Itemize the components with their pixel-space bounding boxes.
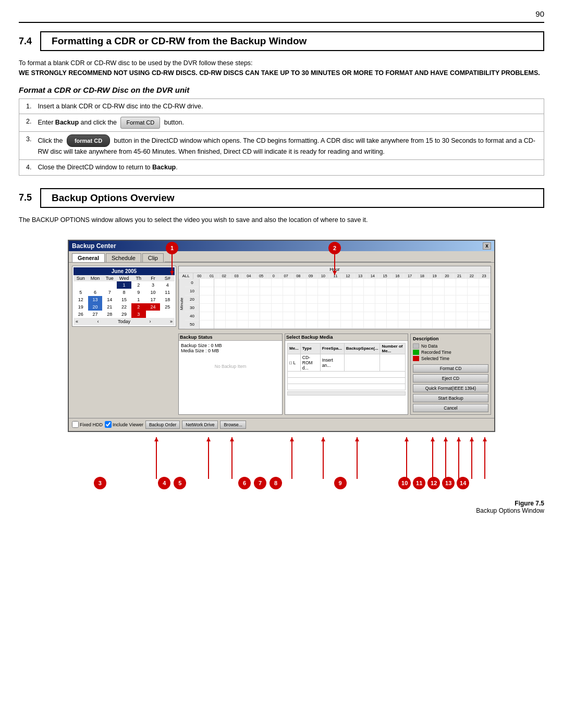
steps-table: 1. Insert a blank CDR or CD-RW disc into… xyxy=(19,98,544,176)
section-75-header: 7.5 Backup Options Overview xyxy=(19,188,544,208)
marker-2: 2 xyxy=(328,242,341,254)
window-title: Backup Center xyxy=(72,242,116,250)
svg-marker-13 xyxy=(321,437,325,441)
tab-clip[interactable]: Clip xyxy=(142,253,164,262)
backup-size: Backup Size : 0 MB xyxy=(181,343,280,348)
fixed-hdd-checkbox[interactable]: Fixed HDD xyxy=(72,421,103,428)
section-74-warning: WE STRONGLY RECOMMEND NOT USING CD-RW DI… xyxy=(19,69,540,77)
media-table: Me... Type FreeSpa... BackupSpace(... Nu… xyxy=(287,343,406,390)
calendar-days-header: Sun Mon Tue Wed Th Fr S# xyxy=(74,275,175,281)
network-drive-btn[interactable]: NetWork Drive xyxy=(182,421,218,429)
section-75-intro: The BACKUP OPTIONS window allows you to … xyxy=(19,215,544,225)
marker-12: 12 xyxy=(427,477,440,489)
svg-marker-7 xyxy=(206,437,211,441)
tab-general[interactable]: General xyxy=(72,253,105,262)
svg-marker-23 xyxy=(457,437,461,441)
description-panel: Description No Data Recorded Time xyxy=(410,334,491,415)
step-3-text: Click the format CD button in the Direct… xyxy=(34,131,544,159)
left-panel: June 2005 Sun Mon Tue Wed Th Fr S# xyxy=(72,266,176,415)
marker-4: 4 xyxy=(158,477,170,489)
top-line xyxy=(19,22,544,23)
subsection-title: Format a CDR or CD-RW Disc on the DVR un… xyxy=(19,85,544,94)
step-1: 1. Insert a blank CDR or CD-RW disc into… xyxy=(19,98,544,114)
window-body: June 2005 Sun Mon Tue Wed Th Fr S# xyxy=(69,263,494,418)
format-cd-button-inline[interactable]: Format CD xyxy=(120,117,160,129)
svg-marker-11 xyxy=(290,437,294,441)
marker-14: 14 xyxy=(457,477,469,489)
backup-status-panel: Backup Status Backup Size : 0 MB Media S… xyxy=(178,334,283,415)
window-close-button[interactable]: x xyxy=(483,242,491,250)
marker-11: 11 xyxy=(413,477,425,489)
marker-9: 9 xyxy=(334,477,347,489)
media-size: Media Size : 0 MB xyxy=(181,348,280,353)
marker-10: 10 xyxy=(398,477,411,489)
svg-marker-25 xyxy=(470,437,474,441)
bottom-panels: Backup Status Backup Size : 0 MB Media S… xyxy=(178,334,491,415)
cancel-btn[interactable]: Cancel xyxy=(413,404,488,412)
hour-label: Hour xyxy=(179,266,491,273)
calendar-header: June 2005 xyxy=(74,267,175,275)
step-3-num: 3. xyxy=(19,131,34,159)
calendar-box: June 2005 Sun Mon Tue Wed Th Fr S# xyxy=(72,266,176,327)
calendar-grid: 1 2 3 4 5 6 7 8 9 10 11 xyxy=(74,281,175,318)
svg-marker-17 xyxy=(405,437,409,441)
all-col: ALL xyxy=(179,273,193,279)
step-4-text: Close the DirectCD window to return to B… xyxy=(34,160,544,176)
bottom-markers-area: 3 4 5 6 7 8 9 10 11 12 13 xyxy=(68,432,495,495)
window-titlebar: Backup Center x xyxy=(69,241,494,251)
right-panel: Hour ALL 00 01 02 03 04 xyxy=(178,266,491,415)
backup-order-btn[interactable]: Backup Order xyxy=(145,421,180,429)
section-74-number: 7.4 xyxy=(19,36,32,47)
hour-grid: Hour ALL 00 01 02 03 04 xyxy=(178,266,491,329)
format-cd-dark-button[interactable]: format CD xyxy=(67,134,110,147)
selected-time-legend xyxy=(413,356,419,361)
quick-format-btn[interactable]: Quick Format(IEEE 1394) xyxy=(413,384,488,392)
window-bottom-bar: Fixed HDD Include Viewer Backup Order Ne… xyxy=(69,418,494,431)
minute-data: // Will render 24 columns inline xyxy=(200,279,491,329)
section-74-title: Formatting a CDR or CD-RW from the Backu… xyxy=(40,31,544,51)
section-74-intro: To format a blank CDR or CD-RW disc to b… xyxy=(19,58,544,78)
marker-7: 7 xyxy=(254,477,266,489)
figure-caption-text: Backup Options Window xyxy=(476,507,544,514)
select-media-title: Select Backup Media xyxy=(285,334,408,341)
step-4-num: 4. xyxy=(19,160,34,176)
hour-grid-header: ALL 00 01 02 03 04 05 0 xyxy=(179,273,491,279)
desc-buttons: Format CD Eject CD Quick Format(IEEE 139… xyxy=(413,364,488,412)
step-4: 4. Close the DirectCD window to return t… xyxy=(19,160,544,176)
recorded-time-legend xyxy=(413,350,419,355)
svg-marker-15 xyxy=(355,437,359,441)
eject-cd-btn[interactable]: Eject CD xyxy=(413,374,488,382)
no-backup-text: No Backup Item xyxy=(181,364,280,369)
backup-window: Backup Center x General Schedule Clip Ju… xyxy=(68,240,495,432)
format-cd-desc-btn[interactable]: Format CD xyxy=(413,364,488,373)
svg-marker-5 xyxy=(154,437,158,441)
page-number: 90 xyxy=(535,9,544,18)
desc-legend: No Data Recorded Time Selected Time xyxy=(413,343,488,361)
no-data-legend xyxy=(413,343,419,349)
section-74-header: 7.4 Formatting a CDR or CD-RW from the B… xyxy=(19,31,544,51)
svg-marker-27 xyxy=(483,437,487,441)
scrollbar[interactable] xyxy=(287,391,406,396)
svg-marker-19 xyxy=(431,437,435,441)
step-2: 2. Enter Backup and click the Format CD … xyxy=(19,114,544,132)
section-75: 7.5 Backup Options Overview The BACKUP O… xyxy=(19,188,544,514)
svg-marker-21 xyxy=(444,437,448,441)
calendar-nav: « ‹ Today › » xyxy=(74,318,175,325)
browse-btn[interactable]: Browse... xyxy=(220,421,246,429)
step-3: 3. Click the format CD button in the Dir… xyxy=(19,131,544,159)
marker-1: 1 xyxy=(166,242,178,254)
hour-cols: 00 01 02 03 04 05 0 07 08 xyxy=(193,273,491,279)
desc-title: Description xyxy=(413,336,488,341)
step-1-num: 1. xyxy=(19,98,34,114)
backup-status-title: Backup Status xyxy=(179,334,282,341)
svg-marker-9 xyxy=(230,437,234,441)
marker-3: 3 xyxy=(94,477,106,489)
marker-6: 6 xyxy=(238,477,251,489)
marker-13: 13 xyxy=(442,477,455,489)
marker-8: 8 xyxy=(270,477,282,489)
include-viewer-checkbox[interactable]: Include Viewer xyxy=(105,421,143,428)
tab-schedule[interactable]: Schedule xyxy=(106,253,141,262)
start-backup-btn[interactable]: Start Backup xyxy=(413,394,488,402)
window-tabs: General Schedule Clip xyxy=(69,251,494,263)
minute-section: Minute 0 10 20 30 40 50 xyxy=(179,279,491,329)
